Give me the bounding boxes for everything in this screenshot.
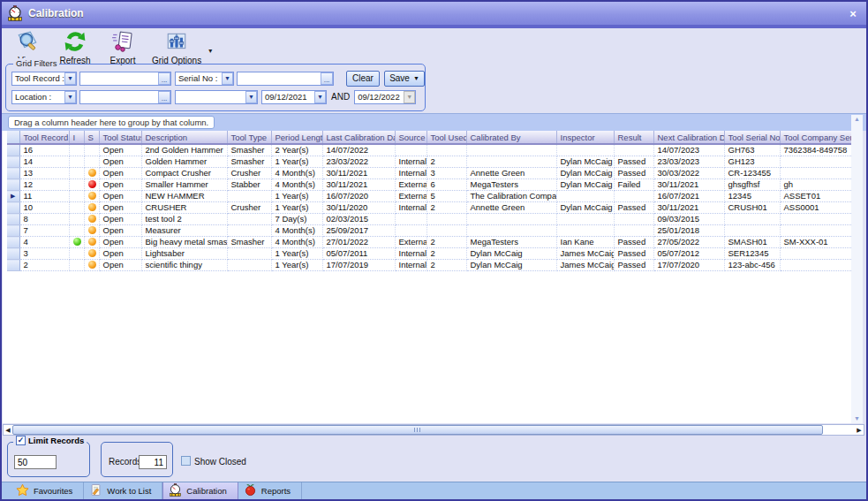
cell-tool-company-serial-no[interactable] bbox=[780, 260, 852, 271]
cell-tool-company-serial-no[interactable]: SM-XXX-01 bbox=[780, 237, 852, 248]
column-header-tool-status[interactable]: Tool Status bbox=[99, 131, 141, 144]
cell-tool-type[interactable] bbox=[227, 260, 271, 271]
cell-result[interactable] bbox=[614, 214, 653, 225]
cell-tool-status[interactable]: Open bbox=[99, 248, 141, 260]
limit-records-input[interactable] bbox=[14, 455, 57, 469]
cell-description[interactable]: Measurer bbox=[141, 225, 227, 237]
cell-result[interactable]: Passed bbox=[614, 260, 653, 271]
cell-inspector[interactable] bbox=[556, 144, 614, 156]
cell-description[interactable]: test tool 2 bbox=[141, 214, 227, 225]
cell-tool-status[interactable]: Open bbox=[99, 225, 141, 237]
toolbar-overflow-caret[interactable]: ▾ bbox=[208, 47, 212, 55]
cell-s[interactable] bbox=[84, 248, 99, 260]
horizontal-scrollbar[interactable]: ◀ ▶ bbox=[3, 424, 864, 436]
row-selector[interactable] bbox=[7, 248, 19, 260]
cell-tool-used[interactable]: 2 bbox=[426, 260, 466, 271]
cell-tool-record[interactable]: 2 bbox=[19, 260, 69, 271]
cell-i[interactable] bbox=[69, 202, 84, 214]
cell-inspector[interactable]: Dylan McCaig bbox=[556, 168, 614, 179]
column-header-last-calibration-date[interactable]: Last Calibration Date bbox=[322, 131, 395, 144]
cell-tool-serial-no[interactable] bbox=[724, 225, 780, 237]
column-header-tool-used[interactable]: Tool Used bbox=[426, 131, 466, 144]
cell-tool-record[interactable]: 7 bbox=[19, 225, 69, 237]
cell-tool-used[interactable]: 3 bbox=[426, 168, 466, 179]
column-header-next-calibration-date[interactable]: Next Calibration Date bbox=[653, 131, 724, 144]
cell-tool-record[interactable]: 8 bbox=[19, 214, 69, 225]
cell-tool-status[interactable]: Open bbox=[99, 237, 141, 248]
cell-last-calibration-date[interactable]: 30/11/2020 bbox=[322, 202, 395, 214]
cell-s[interactable] bbox=[84, 179, 99, 191]
cell-tool-type[interactable] bbox=[227, 225, 271, 237]
cell-s[interactable] bbox=[84, 202, 99, 214]
column-header-period-length[interactable]: Period Length bbox=[271, 131, 322, 144]
save-button[interactable]: Save ▼ bbox=[384, 71, 425, 87]
cell-inspector[interactable]: Ian Kane bbox=[556, 237, 614, 248]
cell-result[interactable]: Passed bbox=[614, 168, 653, 179]
cell-tool-status[interactable]: Open bbox=[99, 214, 141, 225]
table-row[interactable]: 14OpenGolden HammerSmasher1 Year(s)23/03… bbox=[7, 156, 852, 168]
cell-result[interactable]: Passed bbox=[614, 248, 653, 260]
cell-tool-serial-no[interactable]: GH123 bbox=[724, 156, 780, 168]
cell-description[interactable]: Lightsaber bbox=[141, 248, 227, 260]
column-header-result[interactable]: Result bbox=[614, 131, 653, 144]
cell-period-length[interactable]: 1 Year(s) bbox=[271, 202, 322, 214]
cell-tool-serial-no[interactable]: SMASH01 bbox=[724, 237, 780, 248]
cell-tool-status[interactable]: Open bbox=[99, 168, 141, 179]
cell-next-calibration-date[interactable]: 14/07/2023 bbox=[653, 144, 724, 156]
column-header-tool-company-serial-no[interactable]: Tool Company Serial No bbox=[780, 131, 852, 144]
cell-source[interactable]: Internal bbox=[395, 156, 426, 168]
cell-tool-status[interactable]: Open bbox=[99, 144, 141, 156]
cell-inspector[interactable]: Dylan McCaig bbox=[556, 179, 614, 191]
cell-source[interactable]: Internal bbox=[395, 168, 426, 179]
chevron-down-icon[interactable]: ▼ bbox=[64, 72, 76, 85]
cell-tool-used[interactable]: 5 bbox=[426, 191, 466, 202]
cell-period-length[interactable]: 1 Year(s) bbox=[271, 156, 322, 168]
cell-tool-record[interactable]: 16 bbox=[19, 144, 69, 156]
cell-period-length[interactable]: 4 Month(s) bbox=[271, 179, 322, 191]
cell-last-calibration-date[interactable]: 02/03/2015 bbox=[322, 214, 395, 225]
cell-calibrated-by[interactable]: MegaTesters bbox=[466, 179, 556, 191]
scroll-down-icon[interactable]: ▼ bbox=[854, 414, 860, 423]
refresh-button[interactable]: Refresh bbox=[57, 30, 94, 65]
cell-inspector[interactable] bbox=[556, 191, 614, 202]
cell-tool-company-serial-no[interactable] bbox=[780, 156, 852, 168]
cell-tool-company-serial-no[interactable]: 7362384-849758 bbox=[780, 144, 852, 156]
cell-i[interactable] bbox=[69, 168, 84, 179]
cell-tool-status[interactable]: Open bbox=[99, 202, 141, 214]
row-selector[interactable] bbox=[7, 225, 19, 237]
location-browse-button[interactable]: ... bbox=[158, 91, 170, 103]
tab-reports[interactable]: Reports bbox=[238, 482, 302, 499]
cell-tool-type[interactable] bbox=[227, 191, 271, 202]
cell-tool-status[interactable]: Open bbox=[99, 191, 141, 202]
cell-inspector[interactable]: Dylan McCaig bbox=[556, 202, 614, 214]
cell-description[interactable]: NEW HAMMER bbox=[141, 191, 227, 202]
cell-next-calibration-date[interactable]: 16/07/2021 bbox=[653, 191, 724, 202]
cell-description[interactable]: scientific thingy bbox=[141, 260, 227, 271]
cell-s[interactable] bbox=[84, 144, 99, 156]
cell-calibrated-by[interactable]: Annette Green bbox=[466, 202, 556, 214]
cell-tool-used[interactable] bbox=[426, 225, 466, 237]
cell-tool-serial-no[interactable] bbox=[724, 214, 780, 225]
cell-source[interactable]: Internal bbox=[395, 248, 426, 260]
cell-tool-company-serial-no[interactable] bbox=[780, 225, 852, 237]
cell-tool-record[interactable]: 14 bbox=[19, 156, 69, 168]
table-row[interactable]: 13OpenCompact CrusherCrusher4 Month(s)30… bbox=[7, 168, 852, 179]
location-filter-combo[interactable]: Location : ▼ bbox=[11, 90, 77, 104]
chevron-down-icon[interactable]: ▼ bbox=[245, 91, 257, 103]
cell-next-calibration-date[interactable]: 23/03/2023 bbox=[653, 156, 724, 168]
cell-period-length[interactable]: 1 Year(s) bbox=[271, 191, 322, 202]
column-header-tool-record[interactable]: Tool Record bbox=[19, 131, 69, 144]
cell-calibrated-by[interactable] bbox=[466, 144, 556, 156]
scroll-up-icon[interactable]: ▲ bbox=[854, 115, 860, 124]
cell-period-length[interactable]: 1 Year(s) bbox=[271, 260, 322, 271]
cell-inspector[interactable]: James McCaig bbox=[556, 248, 614, 260]
cell-tool-used[interactable]: 2 bbox=[426, 156, 466, 168]
cell-calibrated-by[interactable]: MegaTesters bbox=[466, 237, 556, 248]
column-header-tool-type[interactable]: Tool Type bbox=[227, 131, 271, 144]
cell-period-length[interactable]: 1 Year(s) bbox=[271, 248, 322, 260]
table-row[interactable]: 7OpenMeasurer4 Month(s)25/09/201725/01/2… bbox=[7, 225, 852, 237]
cell-i[interactable] bbox=[69, 225, 84, 237]
cell-tool-record[interactable]: 12 bbox=[19, 179, 69, 191]
cell-tool-serial-no[interactable]: CRUSH01 bbox=[724, 202, 780, 214]
cell-s[interactable] bbox=[84, 237, 99, 248]
